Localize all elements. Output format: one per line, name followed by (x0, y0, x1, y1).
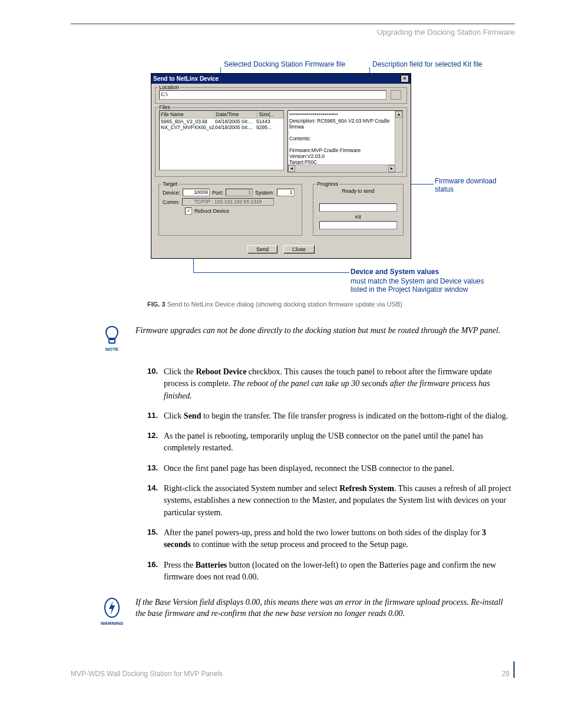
system-input[interactable]: 1 (277, 189, 295, 196)
figure-caption: FIG. 3 Send to NetLinx Device dialog (sh… (147, 301, 515, 308)
device-input[interactable]: 10009 (183, 189, 210, 196)
svg-rect-0 (109, 340, 115, 343)
location-input[interactable]: C:\ (159, 90, 386, 100)
scroll-left-icon[interactable]: ◄ (288, 165, 295, 172)
description-box: ************************* Description: R… (287, 110, 403, 173)
annotation-firmware-status: Firmware download status (435, 177, 497, 193)
close-button[interactable]: Close (283, 245, 315, 253)
scrollbar-horizontal[interactable]: ◄ ► (288, 164, 395, 172)
annotation-selected-firmware: Selected Docking Station Firmware file (224, 60, 345, 68)
close-icon[interactable]: × (401, 75, 409, 83)
step-14: 14.Right-click the associated System num… (147, 483, 515, 519)
browse-button[interactable] (391, 90, 401, 100)
figure-3: Selected Docking Station Firmware file D… (147, 60, 513, 296)
col-datetime[interactable]: Date/Time (215, 111, 258, 118)
annotation-device-values-1: must match the System and Device values (351, 277, 484, 285)
location-group: Location C:\ (155, 87, 407, 104)
col-filename[interactable]: File Name (160, 111, 215, 118)
footer-title: MVP-WDS Wall Docking Station for MVP Pan… (71, 670, 223, 678)
file-row[interactable]: 5965_60A_V2_03.kit 04/18/2005 04:... 514… (160, 118, 283, 124)
warning-text: If the Base Version field displays 0.00,… (135, 597, 515, 626)
progress-bar (319, 203, 397, 212)
progress-group: Progress Ready to send Kit (313, 184, 404, 236)
progress-status: Ready to send (317, 188, 399, 194)
section-header: Upgrading the Docking Station Firmware (71, 28, 515, 37)
reboot-checkbox[interactable]: ✓ (185, 207, 192, 215)
send-button[interactable]: Send (247, 245, 277, 253)
warning-icon: WARNING (100, 597, 124, 626)
scrollbar-vertical[interactable]: ▲ (395, 111, 402, 172)
annotation-description-field: Description field for selected Kit file (372, 60, 482, 68)
instruction-list: 10.Click the Reboot Device checkbox. Thi… (147, 366, 515, 583)
annotation-device-values-2: listed in the Project Navigator window (351, 285, 468, 294)
page-number: 29 (502, 661, 515, 678)
files-group: Files File Name Date/Time Size(... 5965_… (155, 107, 407, 177)
note-icon: NOTE (100, 325, 124, 352)
file-list[interactable]: File Name Date/Time Size(... 5965_60A_V2… (159, 110, 284, 170)
scroll-up-icon[interactable]: ▲ (395, 111, 402, 118)
step-16: 16.Press the Batteries button (located o… (147, 559, 515, 584)
page-footer: MVP-WDS Wall Docking Station for MVP Pan… (71, 661, 515, 678)
file-row[interactable]: NX_CV7_MVPXX00_v2.... 04/18/2005 04:... … (160, 124, 283, 130)
col-size[interactable]: Size(... (257, 111, 283, 118)
port-input: 1 (226, 189, 253, 196)
send-to-netlinx-dialog: Send to NetLinx Device × Location C:\ Fi… (151, 73, 411, 259)
comm-display: TCP/IP : 192.192.192.65:1319 (182, 198, 274, 206)
annotation-device-values-header: Device and System values (351, 268, 439, 276)
step-11: 11.Click Send to begin the transfer. The… (147, 410, 515, 422)
step-12: 12.As the panel is rebooting, temporaril… (147, 430, 515, 454)
target-group: Target Device: 10009 Port: 1 System: 1 C… (158, 184, 302, 236)
note-text: Firmware upgrades can not be done direct… (135, 325, 515, 352)
warning-callout: WARNING If the Base Version field displa… (100, 597, 515, 626)
step-10: 10.Click the Reboot Device checkbox. Thi… (147, 366, 515, 402)
progress-bar-kit (319, 221, 397, 229)
dialog-title: Send to NetLinx Device (153, 75, 219, 82)
step-13: 13.Once the first panel page has been di… (147, 463, 515, 475)
progress-kit-label: Kit (317, 214, 399, 220)
scroll-right-icon[interactable]: ► (388, 165, 395, 172)
note-callout: NOTE Firmware upgrades can not be done d… (100, 325, 515, 352)
step-15: 15.After the panel powers-up, press and … (147, 527, 515, 551)
